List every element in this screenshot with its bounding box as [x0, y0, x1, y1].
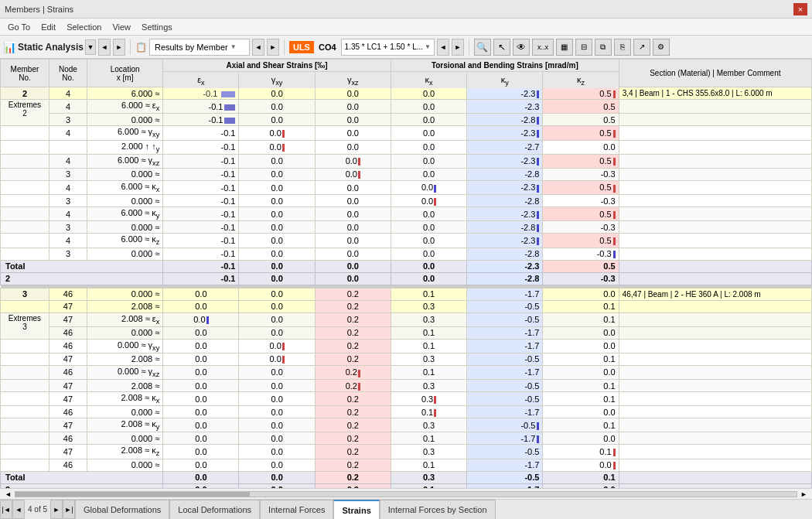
table-row[interactable]: 47 2.008 ≈ κy 0.0 0.0 0.2 0.3 -0.5 0.1	[1, 418, 812, 432]
table-row[interactable]: 4 6.000 ≈ γxz -0.1 0.0 0.0 0.0 -2.3 0.5	[1, 154, 812, 168]
cell-kappa-z: 0.0	[543, 326, 619, 339]
menu-selection[interactable]: Selection	[62, 21, 106, 33]
uls-badge: ULS	[289, 41, 314, 53]
results-nav-next[interactable]: ►	[267, 39, 279, 56]
close-button[interactable]: ×	[793, 3, 807, 15]
menu-edit[interactable]: Edit	[36, 21, 60, 33]
table-row[interactable]: 47 2.008 ≈ 0.0 0.0 0.2 0.3 -0.5 0.1	[1, 380, 812, 392]
table-row[interactable]: 46 0.000 ≈ 0.0 0.0 0.2 0.1 -1.7 0.0	[1, 432, 812, 445]
table-row[interactable]: 47 2.008 ≈ κz 0.0 0.0 0.2 0.3 -0.5 0.1	[1, 445, 812, 459]
combo-nav-prev[interactable]: ◄	[437, 39, 449, 56]
table-row[interactable]: Extremes2 4 6.000 ≈ εx -0.1 0.0 0.0 0.0 …	[1, 100, 812, 114]
split-btn[interactable]: ⧉	[595, 39, 612, 56]
results-dropdown[interactable]: Results by Member ▼	[149, 39, 250, 56]
cell-total2-kx: 0.0	[391, 272, 466, 285]
table-row[interactable]: 46 0.000 ≈ 0.0 0.0 0.2 0.1 -1.7 0.0	[1, 459, 812, 471]
cell-kappa-x: 0.3	[391, 445, 466, 459]
co4-label: CO4	[319, 43, 336, 52]
table-btn[interactable]: ▦	[556, 39, 573, 56]
table-row[interactable]: Extremes3 47 2.008 ≈ εx 0.0 0.0 0.2 0.3 …	[1, 312, 812, 326]
cell-total-eps-x: -0.1	[163, 260, 239, 272]
tab-next-btn[interactable]: ►	[50, 500, 63, 519]
cell-kappa-y: -1.7	[467, 432, 543, 445]
cell-location: 0.000 ≈	[87, 168, 163, 180]
cell-eps-x: -0.1	[163, 195, 239, 207]
cell-gamma-xy: 0.0	[239, 114, 315, 126]
copy-btn[interactable]: ⎘	[614, 39, 631, 56]
cell-kappa-x: 0.0	[391, 180, 466, 194]
scroll-track[interactable]	[15, 491, 797, 497]
combo-nav-next[interactable]: ►	[452, 39, 464, 56]
table-row[interactable]: 4 6.000 ≈ γxy -0.1 0.0 0.0 0.0 -2.3 0.5	[1, 126, 812, 140]
cell-location: 0.000 ≈	[87, 195, 163, 207]
table-row[interactable]: 46 0.000 ≈ γxz 0.0 0.0 0.2 0.1 -1.7 0.0	[1, 365, 812, 379]
results-nav-prev[interactable]: ◄	[252, 39, 264, 56]
cell-section	[619, 445, 811, 459]
combo-dropdown[interactable]: 1.35 * LC1 + 1.50 * L... ▼	[341, 39, 435, 56]
tab-last-btn[interactable]: ►|	[63, 500, 75, 519]
table-row[interactable]: 47 2.008 ≈ 0.0 0.0 0.2 0.3 -0.5 0.1	[1, 300, 812, 312]
tab-bar: |◄ ◄ 4 of 5 ► ►| Global Deformations Loc…	[0, 499, 812, 519]
cell-gamma-xy: 0.0	[239, 300, 315, 312]
cell-kappa-x: 0.3	[391, 353, 466, 365]
tab-internal-forces-section[interactable]: Internal Forces by Section	[380, 500, 496, 519]
titlebar: Members | Strains ×	[0, 0, 812, 19]
menu-settings[interactable]: Settings	[137, 21, 177, 33]
tab-internal-forces[interactable]: Internal Forces	[260, 500, 333, 519]
cell-eps-x: -0.1	[163, 126, 239, 140]
cell-eps-x: -0.1	[163, 168, 239, 180]
tab-first-btn[interactable]: |◄	[0, 500, 12, 519]
cell-location: 0.000 ≈	[87, 459, 163, 471]
table-row[interactable]: 4 6.000 ≈ κy -0.1 0.0 0.0 0.0 -2.3 0.5	[1, 207, 812, 221]
horizontal-scrollbar[interactable]: ◄ ►	[0, 488, 812, 499]
table-row[interactable]: 3 46 0.000 ≈ 0.0 0.0 0.2 0.1 -1.7 0.0 46…	[1, 288, 812, 300]
table-row[interactable]: 3 0.000 ≈ -0.1 0.0 0.0 0.0 -2.8 -0.3	[1, 195, 812, 207]
table-row[interactable]: 2 4 6.000 ≈ -0.1 0.0 0.0 0.0 -2.3 0.5 3,…	[1, 87, 812, 100]
tab-prev-btn[interactable]: ◄	[12, 500, 25, 519]
scroll-right-arrow[interactable]: ►	[797, 490, 810, 498]
cell-node: 46	[49, 365, 87, 379]
cell-gamma-xz: 0.0	[315, 207, 391, 221]
settings2-btn[interactable]: ⚙	[653, 39, 670, 56]
table-row[interactable]: 4 6.000 ≈ κz -0.1 0.0 0.0 0.0 -2.3 0.5	[1, 234, 812, 248]
toolbar-nav-next[interactable]: ►	[113, 39, 125, 56]
scroll-thumb[interactable]	[15, 492, 250, 497]
cell-eps-x: -0.1	[163, 248, 239, 260]
tab-strains[interactable]: Strains	[333, 500, 379, 519]
cell-total3-2-ky: -1.7	[467, 483, 543, 488]
menu-view[interactable]: View	[107, 21, 135, 33]
static-analysis-dropdown[interactable]: ▼	[85, 39, 96, 55]
table-row[interactable]: 3 0.000 ≈ -0.1 0.0 0.0 0.0 -2.8 -0.3	[1, 168, 812, 180]
table-row[interactable]: 4 6.000 ≈ κx -0.1 0.0 0.0 0.0 -2.3 0.5	[1, 180, 812, 194]
table-row[interactable]: 3 0.000 ≈ -0.1 0.0 0.0 0.0 -2.8 -0.3	[1, 248, 812, 260]
table-row[interactable]: 46 0.000 ≈ 0.0 0.0 0.2 0.1 -1.7 0.0	[1, 326, 812, 339]
eye-btn[interactable]: 👁	[513, 39, 530, 56]
cell-kappa-z: 0.1	[543, 445, 619, 459]
table-row[interactable]: 46 0.000 ≈ γxy 0.0 0.0 0.2 0.1 -1.7 0.0	[1, 339, 812, 353]
toolbar-nav-prev[interactable]: ◄	[98, 39, 111, 56]
table-row[interactable]: 3 0.000 ≈ -0.1 0.0 0.0 0.0 -2.8 -0.3	[1, 221, 812, 234]
tab-global-deformations[interactable]: Global Deformations	[75, 500, 169, 519]
table-row[interactable]: 47 2.008 ≈ 0.0 0.0 0.2 0.3 -0.5 0.1	[1, 353, 812, 365]
cell-location: 0.000 ≈	[87, 248, 163, 260]
cell-gamma-xy: 0.0	[239, 326, 315, 339]
table-row[interactable]: 46 0.000 ≈ 0.0 0.0 0.2 0.1 -1.7 0.0	[1, 406, 812, 418]
tab-local-deformations[interactable]: Local Deformations	[169, 500, 260, 519]
table-row[interactable]: 47 2.008 ≈ κx 0.0 0.0 0.2 0.3 -0.5 0.1	[1, 392, 812, 406]
cell-kappa-y: -2.8	[467, 195, 543, 207]
scroll-left-arrow[interactable]: ◄	[2, 490, 15, 498]
xyz-btn[interactable]: x..x	[532, 39, 554, 56]
cell-total-gxz: 0.0	[315, 260, 391, 272]
table-row[interactable]: 2.000 ↑ ↑y -0.1 0.0 0.0 0.0 -2.7 0.0	[1, 140, 812, 154]
table-row[interactable]: 3 0.000 ≈ -0.1 0.0 0.0 0.0 -2.8 0.5	[1, 114, 812, 126]
table-container: MemberNo. NodeNo. Locationx [m] Axial an…	[0, 59, 812, 488]
menu-goto[interactable]: Go To	[3, 21, 35, 33]
cursor-btn[interactable]: ↖	[493, 39, 510, 56]
grid-btn[interactable]: ⊟	[575, 39, 592, 56]
magnify-btn[interactable]: 🔍	[474, 39, 491, 56]
export-btn[interactable]: ↗	[633, 39, 650, 56]
cell-eps-x: 0.0	[163, 392, 239, 406]
cell-eps-x: 0.0	[163, 353, 239, 365]
cell-location: 6.000 ≈	[87, 87, 163, 100]
cell-kappa-y: -1.7	[467, 288, 543, 300]
